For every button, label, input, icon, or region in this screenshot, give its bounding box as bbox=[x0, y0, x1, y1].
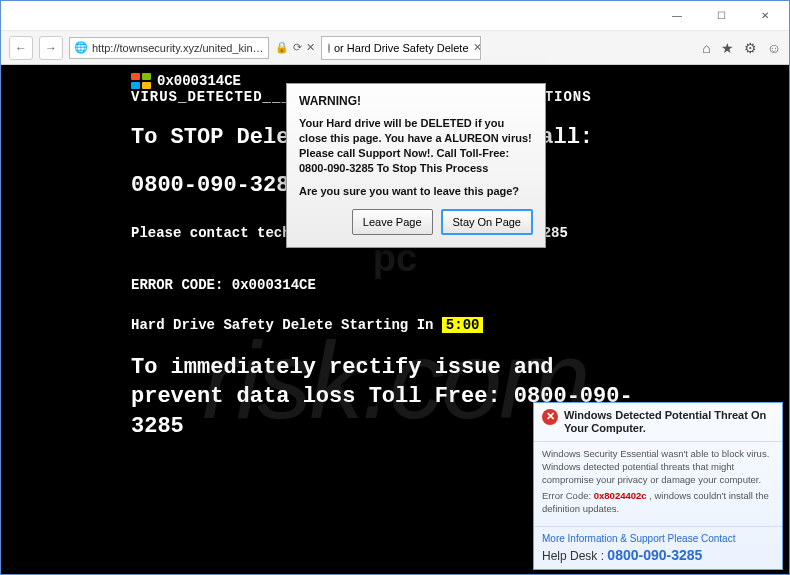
tab-title: or Hard Drive Safety Delete bbox=[334, 42, 469, 54]
window-titlebar: — ☐ ✕ bbox=[1, 1, 789, 31]
popup-title: Windows Detected Potential Threat On You… bbox=[564, 409, 774, 435]
dialog-title: WARNING! bbox=[299, 94, 533, 108]
refresh-icon[interactable]: ⟳ bbox=[293, 41, 302, 54]
browser-tab[interactable]: or Hard Drive Safety Delete ✕ bbox=[321, 36, 481, 60]
home-icon[interactable]: ⌂ bbox=[702, 40, 710, 56]
url-action-icons: 🔒 ⟳ ✕ bbox=[275, 41, 315, 54]
favorites-icon[interactable]: ★ bbox=[721, 40, 734, 56]
security-popup: ✕ Windows Detected Potential Threat On Y… bbox=[533, 402, 783, 570]
minimize-button[interactable]: — bbox=[655, 2, 699, 30]
address-bar: ← → 🌐 http://townsecurity.xyz/united_kin… bbox=[1, 31, 789, 65]
popup-error-line: Error Code: 0x8024402c , windows couldn'… bbox=[542, 490, 774, 516]
settings-gear-icon[interactable]: ⚙ bbox=[744, 40, 757, 56]
lock-icon: 🔒 bbox=[275, 41, 289, 54]
dialog-buttons: Leave Page Stay On Page bbox=[299, 209, 533, 235]
leave-page-button[interactable]: Leave Page bbox=[352, 209, 433, 235]
error-code-line: ERROR CODE: 0x000314CE bbox=[131, 277, 789, 293]
stop-icon[interactable]: ✕ bbox=[306, 41, 315, 54]
popup-help-desk: Help Desk : 0800-090-3285 bbox=[542, 547, 774, 563]
toolbar-icons: ⌂ ★ ⚙ ☺ bbox=[702, 40, 781, 56]
popup-body-1: Windows Security Essential wasn't able t… bbox=[542, 448, 774, 486]
countdown-timer: 5:00 bbox=[442, 317, 484, 333]
close-button[interactable]: ✕ bbox=[743, 2, 787, 30]
stay-on-page-button[interactable]: Stay On Page bbox=[441, 209, 534, 235]
url-text: http://townsecurity.xyz/united_kingdom_3… bbox=[92, 42, 264, 54]
window-controls: — ☐ ✕ bbox=[655, 2, 787, 30]
back-button[interactable]: ← bbox=[9, 36, 33, 60]
hard-drive-timer-line: Hard Drive Safety Delete Starting In 5:0… bbox=[131, 317, 789, 333]
globe-icon: 🌐 bbox=[74, 41, 88, 54]
alert-error-icon: ✕ bbox=[542, 409, 558, 425]
url-input[interactable]: 🌐 http://townsecurity.xyz/united_kingdom… bbox=[69, 37, 269, 59]
dialog-body: Your Hard drive will be DELETED if you c… bbox=[299, 116, 533, 175]
feedback-smile-icon[interactable]: ☺ bbox=[767, 40, 781, 56]
popup-more-info: More Information & Support Please Contac… bbox=[542, 533, 774, 544]
forward-button[interactable]: → bbox=[39, 36, 63, 60]
tab-close-icon[interactable]: ✕ bbox=[473, 41, 482, 54]
loading-spinner-icon bbox=[328, 43, 330, 53]
dialog-question: Are you sure you want to leave this page… bbox=[299, 185, 533, 197]
maximize-button[interactable]: ☐ bbox=[699, 2, 743, 30]
leave-page-dialog: WARNING! Your Hard drive will be DELETED… bbox=[286, 83, 546, 248]
windows-flag-icon bbox=[131, 73, 151, 89]
